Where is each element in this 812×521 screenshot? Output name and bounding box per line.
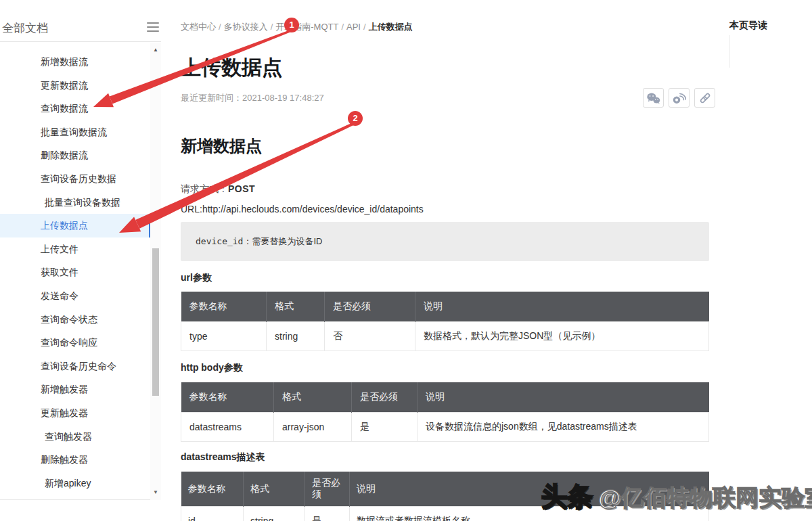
param-cell: 是 <box>352 412 418 441</box>
param-table-header: 是否必须 <box>325 292 415 321</box>
code-note: ：需要替换为设备ID <box>243 236 322 246</box>
sidebar-item[interactable]: 获取文件 <box>0 260 150 284</box>
toc-title: 本页导读 <box>729 20 767 32</box>
sidebar-item[interactable]: 更新数据流 <box>0 74 150 97</box>
table-heading-body-params: http body参数 <box>181 362 243 374</box>
share-buttons <box>643 88 715 108</box>
sidebar-item[interactable]: 新增数据流 <box>0 50 150 74</box>
param-table-header: 格式 <box>244 472 305 506</box>
sidebar-title: 全部文档 <box>2 20 48 36</box>
section-heading: 新增数据点 <box>181 135 262 157</box>
param-table-header: 说明 <box>415 292 709 321</box>
updated-label: 最近更新时间： <box>181 93 242 103</box>
param-table-header: 参数名称 <box>181 382 274 412</box>
param-cell: array-json <box>274 412 352 441</box>
param-cell: id <box>181 506 244 521</box>
breadcrumb-separator: / <box>361 22 369 32</box>
param-cell: datastreams <box>181 412 274 441</box>
sidebar-item[interactable]: 查询数据流 <box>0 97 150 120</box>
wechat-icon <box>646 92 660 104</box>
scrollbar-thumb[interactable] <box>152 248 159 396</box>
sidebar-item[interactable]: 新增apikey <box>0 472 150 495</box>
sidebar-item[interactable]: 上传数据点 <box>0 214 150 237</box>
param-cell: string <box>267 321 325 350</box>
param-cell: string <box>244 506 305 521</box>
weibo-share-button[interactable] <box>669 88 690 108</box>
request-url: URL:http://api.heclouds.com/devices/devi… <box>181 204 424 214</box>
breadcrumb-separator: / <box>216 22 224 32</box>
breadcrumb-item[interactable]: 多协议接入 <box>224 22 268 32</box>
breadcrumb-item[interactable]: 文档中心 <box>181 22 216 32</box>
param-table: 参数名称格式是否必须说明datastreamsarray-json是设备数据流信… <box>181 382 709 442</box>
sidebar-header: 全部文档 <box>0 0 161 42</box>
table-row: typestring否数据格式，默认为完整JSON型（见示例） <box>181 321 709 350</box>
breadcrumb-item[interactable]: API <box>346 22 361 32</box>
param-cell: 否 <box>325 321 415 350</box>
param-table-header: 是否必须 <box>305 472 350 506</box>
sidebar-item[interactable]: 批量查询设备数据 <box>0 191 150 214</box>
sidebar-item[interactable]: 查询命令状态 <box>0 308 150 332</box>
annotation-badge-2: 2 <box>348 111 363 126</box>
param-table: 参数名称格式是否必须说明idstring是数据流或者数据流模板名称 <box>181 472 709 521</box>
sidebar-item[interactable]: 删除触发器 <box>0 448 150 472</box>
request-method-line: 请求方式：POST <box>181 183 255 196</box>
hamburger-menu-icon[interactable] <box>147 22 159 33</box>
copy-link-button[interactable] <box>694 88 715 108</box>
sidebar-item[interactable]: 新增触发器 <box>0 378 150 401</box>
toc-divider <box>729 35 730 68</box>
sidebar-scrollbar[interactable]: ▲ ▼ <box>150 43 161 500</box>
sidebar-list: 新增数据流更新数据流查询数据流批量查询数据流删除数据流查询设备历史数据批量查询设… <box>0 50 150 495</box>
param-table-header: 是否必须 <box>352 382 418 412</box>
param-cell: type <box>181 321 267 350</box>
page-title: 上传数据点 <box>181 54 282 82</box>
param-table-header: 格式 <box>274 382 352 412</box>
sidebar-item[interactable]: 查询触发器 <box>0 425 150 449</box>
sidebar-item[interactable]: 查询命令响应 <box>0 331 150 355</box>
code-block: device_id：需要替换为设备ID <box>181 222 709 261</box>
param-table: 参数名称格式是否必须说明typestring否数据格式，默认为完整JSON型（见… <box>181 292 709 351</box>
param-cell: 是 <box>305 506 350 521</box>
method-label: 请求方式： <box>181 183 228 194</box>
link-icon <box>699 92 711 104</box>
param-table-header: 参数名称 <box>181 472 244 506</box>
table-row: idstring是数据流或者数据流模板名称 <box>181 506 709 521</box>
param-table-header: 说明 <box>350 472 709 506</box>
table-row: datastreamsarray-json是设备数据流信息的json数组，见da… <box>181 412 709 441</box>
table-heading-url-params: url参数 <box>181 272 212 284</box>
sidebar-item[interactable]: 查询设备历史命令 <box>0 355 150 378</box>
breadcrumb-separator: / <box>338 22 346 32</box>
param-table-header: 参数名称 <box>181 292 267 321</box>
code-variable: device_id <box>196 236 243 246</box>
weibo-icon <box>672 92 686 104</box>
scroll-up-icon[interactable]: ▲ <box>150 45 161 55</box>
breadcrumb-item: 上传数据点 <box>369 22 413 32</box>
param-cell: 数据格式，默认为完整JSON型（见示例） <box>415 321 709 350</box>
updated-time-line: 最近更新时间：2021-08-19 17:48:27 <box>181 92 324 104</box>
sidebar-item[interactable]: 查询设备历史数据 <box>0 167 150 191</box>
sidebar-item[interactable]: 删除数据流 <box>0 143 150 167</box>
param-table-header: 说明 <box>418 382 709 412</box>
sidebar-item[interactable]: 批量查询数据流 <box>0 120 150 144</box>
annotation-badge-1: 1 <box>284 18 299 32</box>
breadcrumb-separator: / <box>268 22 276 32</box>
param-cell: 数据流或者数据流模板名称 <box>350 506 709 521</box>
sidebar-item[interactable]: 更新触发器 <box>0 401 150 425</box>
wechat-share-button[interactable] <box>643 88 664 108</box>
sidebar-item[interactable]: 发送命令 <box>0 284 150 308</box>
updated-time: 2021-08-19 17:48:27 <box>242 93 324 103</box>
param-cell: 设备数据流信息的json数组，见datastreams描述表 <box>418 412 709 441</box>
scroll-down-icon[interactable]: ▼ <box>150 488 161 497</box>
param-table-header: 格式 <box>267 292 325 321</box>
table-heading-datastreams: datastreams描述表 <box>181 451 265 463</box>
sidebar: 全部文档 新增数据流更新数据流查询数据流批量查询数据流删除数据流查询设备历史数据… <box>0 0 161 500</box>
sidebar-item[interactable]: 上传文件 <box>0 237 150 261</box>
method-value: POST <box>228 183 255 194</box>
